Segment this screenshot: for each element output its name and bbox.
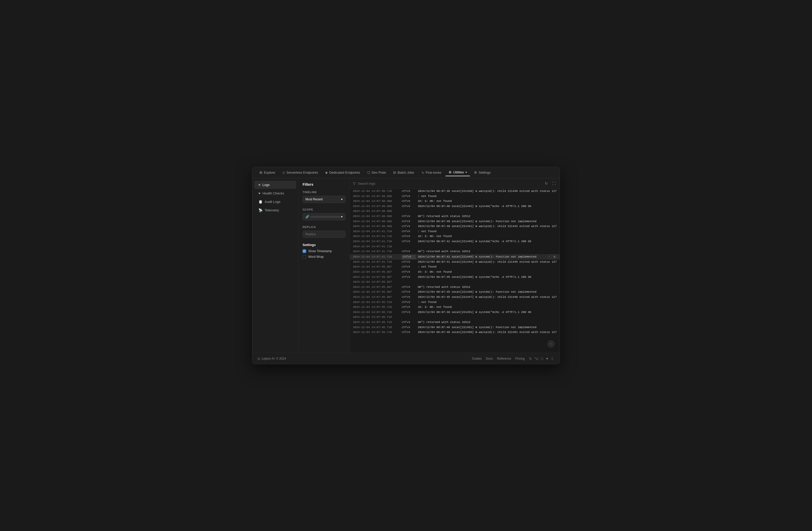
log-row[interactable]: 2024-12-04 14:07:45.387chfv9sh: 3: OK: n… — [350, 270, 560, 275]
log-replica: chfv9 — [402, 290, 416, 294]
log-row[interactable]: 2024-12-04 14:07:45.387chfv92024/12/04 0… — [350, 290, 560, 295]
nav-finetunes[interactable]: ∿ Fine-tunes — [418, 169, 445, 176]
nav-batchjobs-label: Batch Jobs — [397, 171, 414, 174]
log-message: 2024/12/04 06:07:46 socat[221450] W wait… — [418, 330, 557, 335]
sun-icon[interactable]: ✦ — [546, 357, 549, 361]
sidebar-item-auditlogs[interactable]: 📋 Audit Logs — [254, 198, 296, 206]
log-timestamp: 2024-12-04 14:07:40.388 — [353, 224, 402, 229]
log-row[interactable]: 2024-12-04 14:07:45.387chfv9OK") returne… — [350, 285, 560, 290]
log-timestamp: 2024-12-04 14:07:40.388 — [353, 204, 402, 209]
log-replica: chfv9 — [402, 325, 416, 330]
monitor-icon[interactable]: □ — [541, 357, 543, 361]
log-message: sh: 3: OK: not found — [418, 270, 452, 275]
log-replica: chfv9 — [402, 295, 416, 300]
log-row[interactable]: 2024-12-04 14:07:46.710chfv9sh: 3: OK: n… — [350, 305, 560, 310]
log-message: OK") returned with status 32512 — [418, 320, 470, 325]
log-timestamp: 2024-12-04 14:07:45.387 — [353, 270, 402, 275]
show-timestamp-row[interactable]: ✓ Show Timestamp — [303, 249, 345, 253]
footer-docs[interactable]: Docs — [486, 357, 493, 360]
log-row[interactable]: 2024-12-04 14:07:46.710chfv9: not found — [350, 300, 560, 305]
log-message: 2024/12/04 06:07:36 socat[221438] W wait… — [418, 189, 557, 194]
word-wrap-checkbox[interactable] — [303, 255, 306, 259]
github-icon[interactable]: ⌥ — [534, 357, 538, 361]
word-wrap-row[interactable]: Word Wrap — [303, 255, 345, 259]
search-input[interactable] — [358, 182, 542, 186]
log-timestamp: 2024-12-04 14:07:41.710 — [353, 245, 402, 249]
footer-guides[interactable]: Guides — [472, 357, 482, 360]
nav-serverless[interactable]: ◇ Serverless Endpoints — [279, 169, 321, 176]
log-row[interactable]: 2024-12-04 14:07:41.710chfv9OK") returne… — [350, 249, 560, 254]
log-replica: chfv9 — [402, 199, 416, 204]
log-row[interactable]: 2024-12-04 14:07:40.388chfv9OK") returne… — [350, 214, 560, 219]
log-message: sh: 3: OK: not found — [418, 305, 452, 310]
log-replica: chfv9 — [402, 204, 416, 209]
replica-section: Replica — [303, 225, 345, 238]
footer-pricing[interactable]: Pricing — [515, 357, 525, 360]
log-row-up-button[interactable]: ↑ — [547, 254, 551, 259]
footer-reference[interactable]: Reference — [497, 357, 511, 360]
scope-select[interactable]: 🔗 ▾ — [303, 213, 345, 220]
nav-devpods[interactable]: ⬡ Dev Pods — [364, 169, 389, 176]
replica-input[interactable] — [303, 231, 345, 238]
log-row[interactable]: 2024-12-04 14:07:40.388chfv92024/12/04 0… — [350, 224, 560, 229]
log-message: 2024/12/04 06:07:40 socat[221442] W syst… — [418, 204, 531, 209]
moon-icon[interactable]: ☾ — [551, 357, 555, 361]
expand-button[interactable]: ⛶ — [551, 180, 557, 187]
log-replica: chfv9 — [402, 229, 416, 234]
nav-explore[interactable]: ⊞ Explore — [256, 169, 278, 176]
log-row[interactable]: 2024-12-04 14:07:40.388 — [350, 209, 560, 214]
log-row[interactable]: 2024-12-04 14:07:41.710chfv9sh: 3: OK: n… — [350, 234, 560, 239]
log-row[interactable]: 2024-12-04 14:07:46.710 — [350, 315, 560, 320]
settings-title: Settings — [303, 243, 345, 247]
log-row[interactable]: 2024-12-04 14:07:45.387chfv9: not found — [350, 264, 560, 270]
replica-label: Replica — [303, 225, 345, 228]
log-message: 2024/12/04 06:07:45 socat[221448] W syst… — [418, 290, 536, 294]
log-row[interactable]: 2024-12-04 14:07:45.387chfv92024/12/04 0… — [350, 275, 560, 280]
log-row[interactable]: 2024-12-04 14:07:40.388chfv9sh: 3: OK: n… — [350, 199, 560, 204]
log-row[interactable]: 2024-12-04 14:07:41.710chfv9: not found — [350, 229, 560, 234]
log-row[interactable]: 2024-12-04 14:07:41.710chfv92024/12/04 0… — [350, 254, 560, 260]
log-row[interactable]: 2024-12-04 14:07:46.710chfv92024/12/04 0… — [350, 310, 560, 315]
nav-batchjobs[interactable]: ⊟ Batch Jobs — [390, 169, 417, 176]
log-row[interactable]: 2024-12-04 14:07:40.388chfv92024/12/04 0… — [350, 219, 560, 224]
log-row[interactable]: 2024-12-04 14:07:41.710 — [350, 244, 560, 249]
timeline-label: Timeline — [303, 191, 345, 194]
sidebar-item-logs[interactable]: ≡ Logs — [254, 181, 296, 189]
log-row[interactable]: 2024-12-04 14:07:36.710chfv92024/12/04 0… — [350, 189, 560, 194]
log-row[interactable]: 2024-12-04 14:07:40.388chfv92024/12/04 0… — [350, 204, 560, 209]
dedicated-icon: ◈ — [325, 171, 328, 174]
nav-utilities[interactable]: ⚙ Utilities ▾ — [446, 169, 470, 176]
copyright: © 2024 — [276, 357, 286, 360]
log-row[interactable]: 2024-12-04 14:07:45.387 — [350, 280, 560, 285]
filter-icon[interactable]: ▽ — [353, 181, 356, 186]
timeline-select[interactable]: Most Recent ▾ — [303, 196, 345, 203]
sidebar-item-telemetry[interactable]: 📡 Telemetry — [254, 206, 296, 214]
timeline-section: Timeline Most Recent ▾ — [303, 191, 345, 203]
nav-settings[interactable]: ⚙ Settings — [471, 169, 494, 176]
log-row[interactable]: 2024-12-04 14:07:45.387chfv92024/12/04 0… — [350, 295, 560, 300]
show-timestamp-checkbox[interactable]: ✓ — [303, 249, 306, 253]
telemetry-icon: 📡 — [258, 208, 263, 212]
log-row[interactable]: 2024-12-04 14:07:46.710chfv92024/12/04 0… — [350, 325, 560, 330]
log-row[interactable]: 2024-12-04 14:07:46.710chfv92024/12/04 0… — [350, 330, 560, 335]
log-row[interactable]: 2024-12-04 14:07:41.710chfv92024/12/04 0… — [350, 260, 560, 265]
log-row-copy-button[interactable]: ⧉ — [552, 254, 557, 259]
x-icon[interactable]: 𝕏 — [529, 357, 532, 361]
nav-dedicated[interactable]: ◈ Dedicated Endpoints — [322, 169, 363, 176]
log-timestamp: 2024-12-04 14:07:45.387 — [353, 290, 402, 294]
refresh-button[interactable]: ↻ — [544, 180, 549, 187]
sidebar-healthchecks-label: Health Checks — [263, 191, 284, 195]
show-timestamp-label: Show Timestamp — [308, 249, 332, 253]
scroll-to-top-button[interactable]: ↑ — [547, 340, 555, 348]
log-row[interactable]: 2024-12-04 14:07:41.710chfv92024/12/04 0… — [350, 239, 560, 244]
log-row[interactable]: 2024-12-04 14:07:46.710chfv9OK") returne… — [350, 320, 560, 325]
log-message: 2024/12/04 06:07:41 socat[221445] W syst… — [418, 255, 536, 259]
timeline-value: Most Recent — [305, 197, 323, 201]
sidebar-logs-label: Logs — [263, 183, 270, 187]
settings-icon: ⚙ — [474, 171, 477, 174]
log-content[interactable]: 2024-12-04 14:07:36.710chfv92024/12/04 0… — [350, 189, 560, 353]
log-row[interactable]: 2024-12-04 14:07:40.388chfv9: not found — [350, 194, 560, 199]
log-replica: chfv9 — [402, 214, 416, 219]
log-message: 2024/12/04 06:07:40 socat[221442] W syst… — [418, 219, 536, 224]
sidebar-item-healthchecks[interactable]: ♥ Health Checks — [254, 189, 296, 197]
